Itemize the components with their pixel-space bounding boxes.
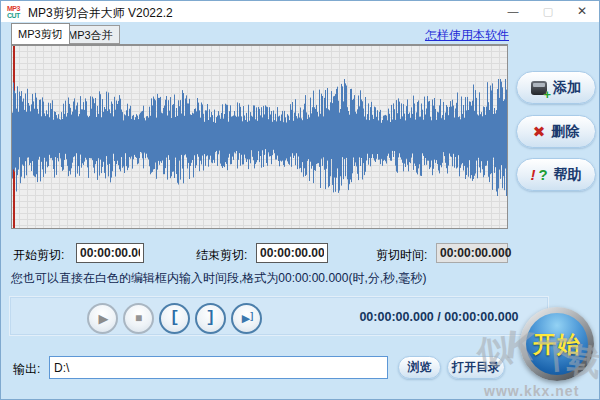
- play-selection-icon: ▶: [242, 312, 250, 325]
- watermark-site-text: www.kkx.net: [484, 383, 579, 399]
- add-button-label: 添加: [553, 79, 581, 97]
- output-label: 输出:: [13, 361, 40, 378]
- stop-icon: ■: [135, 311, 142, 325]
- add-button[interactable]: + 添加: [516, 71, 596, 104]
- bracket-close-icon: ]: [206, 309, 216, 327]
- browse-button[interactable]: 浏览: [398, 356, 441, 379]
- mark-start-button[interactable]: [: [159, 303, 190, 334]
- title-bar: MP3 CUT MP3剪切合并大师 V2022.2 — ▢ ✕: [1, 1, 599, 22]
- app-icon-text-bottom: CUT: [7, 12, 24, 19]
- open-directory-button[interactable]: 打开目录: [447, 356, 505, 379]
- delete-button-label: 删除: [551, 123, 579, 141]
- app-icon: MP3 CUT: [7, 4, 24, 19]
- tab-mp3-merge[interactable]: MP3合并: [61, 25, 120, 44]
- output-path-input[interactable]: [49, 356, 388, 379]
- cut-duration-field: 00:00:00.000: [436, 243, 508, 263]
- close-button[interactable]: ✕: [566, 1, 598, 22]
- play-icon: ▶: [99, 311, 109, 326]
- time-display: 00:00:00.000 / 00:00:00.000: [331, 310, 547, 324]
- waveform-canvas[interactable]: [11, 44, 508, 229]
- help-link[interactable]: 怎样使用本软件: [425, 27, 509, 44]
- film-add-icon: +: [531, 81, 547, 95]
- window-title: MP3剪切合并大师 V2022.2: [28, 5, 173, 22]
- end-cut-label: 结束剪切:: [196, 247, 247, 264]
- plus-icon: +: [543, 90, 551, 100]
- stop-button[interactable]: ■: [123, 303, 154, 334]
- exclamation-icon: !: [530, 168, 535, 182]
- play-button[interactable]: ▶: [87, 303, 118, 334]
- help-button-label: 帮助: [554, 166, 582, 184]
- start-button-label: 开始: [526, 313, 588, 375]
- bracket-open-icon: [: [170, 309, 180, 327]
- play-selection-bracket-icon: ]: [250, 311, 253, 321]
- app-icon-text-top: MP3: [7, 5, 24, 12]
- delete-button[interactable]: ✖ 删除: [516, 115, 596, 148]
- start-cut-label: 开始剪切:: [13, 247, 64, 264]
- hint-text: 您也可以直接在白色的编辑框内输入时间段,格式为00:00:00.000(时,分,…: [11, 270, 426, 287]
- tab-mp3-cut[interactable]: MP3剪切: [11, 23, 70, 44]
- minimize-button[interactable]: —: [497, 1, 529, 22]
- start-button[interactable]: 开始: [520, 307, 594, 381]
- app-window: MP3 CUT MP3剪切合并大师 V2022.2 — ▢ ✕ MP3剪切 MP…: [0, 0, 600, 400]
- delete-x-icon: ✖: [533, 125, 546, 139]
- start-cut-input[interactable]: [76, 243, 144, 263]
- play-selection-button[interactable]: ▶ ]: [231, 303, 262, 334]
- mark-end-button[interactable]: ]: [195, 303, 226, 334]
- maximize-button[interactable]: ▢: [532, 1, 564, 22]
- help-button[interactable]: ! ? 帮助: [516, 158, 596, 191]
- cut-duration-label: 剪切时间:: [376, 247, 427, 264]
- end-cut-input[interactable]: [256, 243, 328, 263]
- question-icon: ?: [538, 168, 547, 182]
